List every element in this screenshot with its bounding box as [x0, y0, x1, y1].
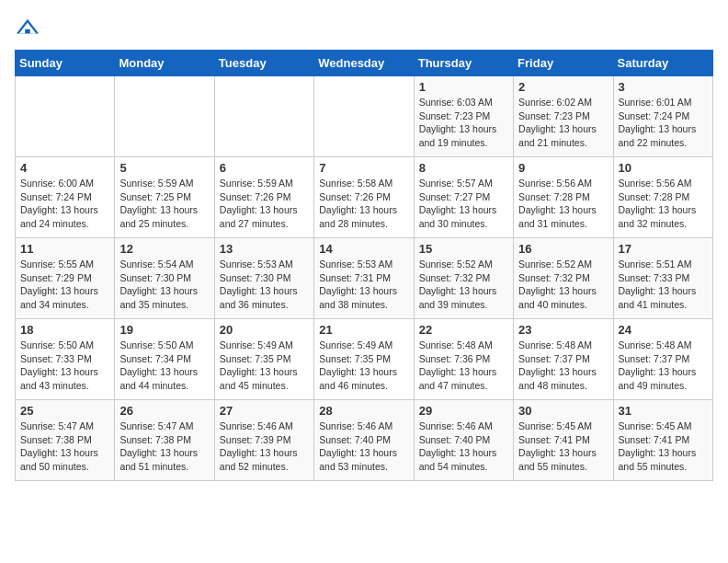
day-header-saturday: Saturday	[613, 51, 712, 76]
calendar-cell: 19Sunrise: 5:50 AM Sunset: 7:34 PM Dayli…	[115, 319, 214, 400]
calendar-cell: 2Sunrise: 6:02 AM Sunset: 7:23 PM Daylig…	[514, 76, 613, 157]
header-row: SundayMondayTuesdayWednesdayThursdayFrid…	[16, 51, 713, 76]
calendar-cell: 1Sunrise: 6:03 AM Sunset: 7:23 PM Daylig…	[414, 76, 513, 157]
calendar-table: SundayMondayTuesdayWednesdayThursdayFrid…	[15, 50, 713, 481]
day-number: 17	[619, 242, 708, 256]
day-info: Sunrise: 5:47 AM Sunset: 7:38 PM Dayligh…	[20, 419, 109, 474]
calendar-cell: 11Sunrise: 5:55 AM Sunset: 7:29 PM Dayli…	[16, 238, 115, 319]
day-info: Sunrise: 5:45 AM Sunset: 7:41 PM Dayligh…	[619, 419, 708, 474]
day-number: 8	[419, 161, 508, 175]
day-number: 5	[119, 161, 209, 175]
calendar-cell: 5Sunrise: 5:59 AM Sunset: 7:25 PM Daylig…	[115, 157, 214, 238]
day-info: Sunrise: 5:49 AM Sunset: 7:35 PM Dayligh…	[220, 339, 309, 393]
day-number: 24	[619, 323, 708, 337]
calendar-cell: 27Sunrise: 5:46 AM Sunset: 7:39 PM Dayli…	[214, 400, 313, 481]
calendar-cell: 24Sunrise: 5:48 AM Sunset: 7:37 PM Dayli…	[613, 319, 712, 400]
day-number: 20	[220, 323, 309, 337]
day-number: 28	[319, 404, 408, 418]
calendar-cell: 8Sunrise: 5:57 AM Sunset: 7:27 PM Daylig…	[414, 157, 513, 238]
calendar-cell: 4Sunrise: 6:00 AM Sunset: 7:24 PM Daylig…	[16, 157, 115, 238]
day-header-monday: Monday	[115, 51, 214, 76]
day-header-sunday: Sunday	[16, 51, 115, 76]
week-row-4: 18Sunrise: 5:50 AM Sunset: 7:33 PM Dayli…	[16, 319, 713, 400]
calendar-cell	[115, 76, 214, 157]
day-info: Sunrise: 6:02 AM Sunset: 7:23 PM Dayligh…	[518, 96, 608, 150]
day-info: Sunrise: 5:48 AM Sunset: 7:36 PM Dayligh…	[419, 339, 508, 393]
day-info: Sunrise: 5:57 AM Sunset: 7:27 PM Dayligh…	[419, 177, 508, 231]
day-header-wednesday: Wednesday	[314, 51, 414, 76]
calendar-cell: 3Sunrise: 6:01 AM Sunset: 7:24 PM Daylig…	[613, 76, 712, 157]
calendar-cell: 16Sunrise: 5:52 AM Sunset: 7:32 PM Dayli…	[514, 238, 613, 319]
day-header-tuesday: Tuesday	[214, 51, 313, 76]
day-header-friday: Friday	[514, 51, 613, 76]
day-number: 9	[518, 161, 608, 175]
day-info: Sunrise: 5:46 AM Sunset: 7:40 PM Dayligh…	[319, 419, 408, 474]
day-info: Sunrise: 5:54 AM Sunset: 7:30 PM Dayligh…	[119, 258, 209, 312]
day-info: Sunrise: 5:47 AM Sunset: 7:38 PM Dayligh…	[119, 419, 209, 474]
day-info: Sunrise: 5:55 AM Sunset: 7:29 PM Dayligh…	[20, 258, 109, 312]
day-number: 4	[20, 161, 109, 175]
calendar-cell: 17Sunrise: 5:51 AM Sunset: 7:33 PM Dayli…	[613, 238, 712, 319]
calendar-cell: 10Sunrise: 5:56 AM Sunset: 7:28 PM Dayli…	[613, 157, 712, 238]
calendar-cell: 31Sunrise: 5:45 AM Sunset: 7:41 PM Dayli…	[613, 400, 712, 481]
day-info: Sunrise: 5:53 AM Sunset: 7:31 PM Dayligh…	[319, 258, 408, 312]
calendar-cell: 28Sunrise: 5:46 AM Sunset: 7:40 PM Dayli…	[314, 400, 414, 481]
day-info: Sunrise: 5:59 AM Sunset: 7:25 PM Dayligh…	[119, 177, 209, 231]
day-info: Sunrise: 6:00 AM Sunset: 7:24 PM Dayligh…	[20, 177, 109, 231]
calendar-cell: 15Sunrise: 5:52 AM Sunset: 7:32 PM Dayli…	[414, 238, 513, 319]
day-info: Sunrise: 5:59 AM Sunset: 7:26 PM Dayligh…	[220, 177, 309, 231]
logo	[15, 15, 44, 40]
day-info: Sunrise: 5:48 AM Sunset: 7:37 PM Dayligh…	[619, 339, 708, 393]
day-number: 14	[319, 242, 408, 256]
day-number: 26	[119, 404, 209, 418]
day-info: Sunrise: 5:56 AM Sunset: 7:28 PM Dayligh…	[518, 177, 608, 231]
day-info: Sunrise: 5:50 AM Sunset: 7:34 PM Dayligh…	[119, 339, 209, 393]
day-number: 2	[518, 80, 608, 94]
calendar-cell: 20Sunrise: 5:49 AM Sunset: 7:35 PM Dayli…	[214, 319, 313, 400]
calendar-cell: 12Sunrise: 5:54 AM Sunset: 7:30 PM Dayli…	[115, 238, 214, 319]
calendar-cell	[214, 76, 313, 157]
day-info: Sunrise: 5:51 AM Sunset: 7:33 PM Dayligh…	[619, 258, 708, 312]
day-info: Sunrise: 5:53 AM Sunset: 7:30 PM Dayligh…	[220, 258, 309, 312]
calendar-cell: 30Sunrise: 5:45 AM Sunset: 7:41 PM Dayli…	[514, 400, 613, 481]
day-header-thursday: Thursday	[414, 51, 513, 76]
day-info: Sunrise: 5:50 AM Sunset: 7:33 PM Dayligh…	[20, 339, 109, 393]
logo-icon	[15, 15, 40, 40]
day-number: 13	[220, 242, 309, 256]
day-number: 29	[419, 404, 508, 418]
day-number: 27	[220, 404, 309, 418]
day-info: Sunrise: 5:52 AM Sunset: 7:32 PM Dayligh…	[419, 258, 508, 312]
day-number: 6	[220, 161, 309, 175]
day-number: 18	[20, 323, 109, 337]
day-number: 23	[518, 323, 608, 337]
week-row-5: 25Sunrise: 5:47 AM Sunset: 7:38 PM Dayli…	[16, 400, 713, 481]
calendar-cell: 14Sunrise: 5:53 AM Sunset: 7:31 PM Dayli…	[314, 238, 414, 319]
day-number: 21	[319, 323, 408, 337]
calendar-cell: 7Sunrise: 5:58 AM Sunset: 7:26 PM Daylig…	[314, 157, 414, 238]
day-number: 11	[20, 242, 109, 256]
day-number: 25	[20, 404, 109, 418]
day-number: 10	[619, 161, 708, 175]
day-number: 3	[619, 80, 708, 94]
week-row-2: 4Sunrise: 6:00 AM Sunset: 7:24 PM Daylig…	[16, 157, 713, 238]
day-info: Sunrise: 5:58 AM Sunset: 7:26 PM Dayligh…	[319, 177, 408, 231]
calendar-cell: 21Sunrise: 5:49 AM Sunset: 7:35 PM Dayli…	[314, 319, 414, 400]
day-info: Sunrise: 5:46 AM Sunset: 7:40 PM Dayligh…	[419, 419, 508, 474]
calendar-cell: 23Sunrise: 5:48 AM Sunset: 7:37 PM Dayli…	[514, 319, 613, 400]
page-header	[15, 15, 713, 40]
day-number: 22	[419, 323, 508, 337]
day-number: 31	[619, 404, 708, 418]
calendar-cell: 6Sunrise: 5:59 AM Sunset: 7:26 PM Daylig…	[214, 157, 313, 238]
calendar-cell: 9Sunrise: 5:56 AM Sunset: 7:28 PM Daylig…	[514, 157, 613, 238]
day-number: 7	[319, 161, 408, 175]
day-info: Sunrise: 5:46 AM Sunset: 7:39 PM Dayligh…	[220, 419, 309, 474]
day-info: Sunrise: 5:56 AM Sunset: 7:28 PM Dayligh…	[619, 177, 708, 231]
day-info: Sunrise: 5:45 AM Sunset: 7:41 PM Dayligh…	[518, 419, 608, 474]
day-number: 15	[419, 242, 508, 256]
day-number: 19	[119, 323, 209, 337]
calendar-cell: 25Sunrise: 5:47 AM Sunset: 7:38 PM Dayli…	[16, 400, 115, 481]
week-row-1: 1Sunrise: 6:03 AM Sunset: 7:23 PM Daylig…	[16, 76, 713, 157]
day-number: 30	[518, 404, 608, 418]
day-info: Sunrise: 6:03 AM Sunset: 7:23 PM Dayligh…	[419, 96, 508, 150]
day-number: 16	[518, 242, 608, 256]
